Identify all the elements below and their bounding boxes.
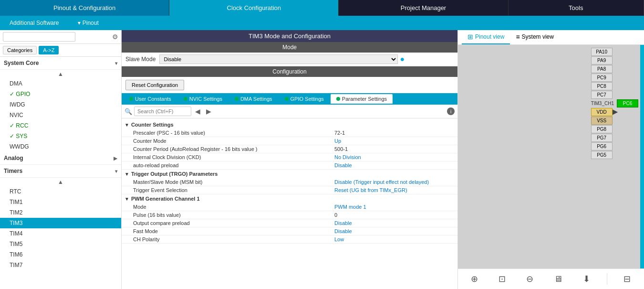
param-row: Internal Clock Division (CKD) No Divisio… (122, 153, 457, 161)
gear-icon[interactable]: ⚙ (112, 33, 118, 41)
config-tabs: User Constants NVIC Settings DMA Setting… (122, 93, 457, 105)
sidebar-search-bar: ⚙ (0, 30, 121, 44)
pin-label-pg8[interactable]: PG8 (591, 125, 613, 133)
nav-project-manager[interactable]: Project Manager (339, 0, 508, 16)
sidebar-item-tim7[interactable]: TIM7 (0, 260, 121, 270)
slave-mode-select[interactable]: Disable (159, 54, 398, 64)
scroll-up-timers-button[interactable]: ▲ (0, 178, 121, 186)
top-nav: Pinout & Configuration Clock Configurati… (0, 0, 644, 16)
teal-bar (640, 45, 644, 268)
param-toolbar: 🔍 ◀ ▶ i (122, 105, 457, 118)
sidebar-item-tim4[interactable]: TIM4 (0, 228, 121, 239)
second-nav: Additional Software ▾ Pinout (0, 16, 644, 30)
footer-divider (607, 273, 607, 285)
pin-label-pa8[interactable]: PA8 (591, 65, 613, 73)
sidebar-tabs: Categories A->Z (0, 44, 121, 57)
next-result-button[interactable]: ▶ (204, 107, 213, 115)
section-analog-header[interactable]: Analog ▶ (0, 152, 121, 165)
sidebar-item-tim1[interactable]: TIM1 (0, 197, 121, 207)
section-timers: Timers ▾ ▲ RTC TIM1 TIM2 TIM3 TIM4 TIM5 … (0, 165, 121, 270)
group-pwm-channel1[interactable]: ▼ PWM Generation Channel 1 (122, 194, 457, 203)
section-system-core-header[interactable]: System Core ▾ (0, 57, 121, 70)
pin-label-pc6[interactable]: PC6 (617, 99, 638, 107)
pin-item-pc6: TIM3_CH1 PC6 (591, 99, 638, 107)
tab-nvic-settings[interactable]: NVIC Settings (178, 94, 228, 104)
group-counter-settings[interactable]: ▼ Counter Settings (122, 120, 457, 129)
tab-user-constants[interactable]: User Constants (124, 94, 177, 104)
pin-label-pc9[interactable]: PC9 (591, 74, 613, 82)
sidebar-item-tim2[interactable]: TIM2 (0, 207, 121, 218)
chip-view-button[interactable]: 🖥 (550, 272, 566, 286)
sidebar-item-tim5[interactable]: TIM5 (0, 239, 121, 249)
sidebar-item-rcc[interactable]: ✓ RCC (0, 120, 121, 131)
param-row: Output compare preload Disable (122, 219, 457, 227)
pin-item-pc9: PC9 (591, 74, 638, 82)
pin-label-pg5[interactable]: PG5 (591, 151, 613, 159)
pin-label-pg7[interactable]: PG7 (591, 134, 613, 142)
tab-gpio-settings[interactable]: GPIO Settings (279, 94, 330, 104)
zoom-in-button[interactable]: ⊕ (467, 272, 482, 286)
pin-item-pa9: PA9 (591, 56, 638, 64)
main-layout: ⚙ Categories A->Z System Core ▾ ▲ DMA GP… (0, 30, 644, 289)
pin-item-pg5: PG5 (591, 151, 638, 159)
sidebar-item-iwdg[interactable]: IWDG (0, 99, 121, 110)
expand-icon: ▼ (125, 122, 129, 128)
pin-label-pa10[interactable]: PA10 (591, 48, 613, 56)
sidebar-item-wwdg[interactable]: WWDG (0, 141, 121, 152)
zoom-out-button[interactable]: ⊖ (522, 272, 537, 286)
help-icon[interactable]: i (447, 107, 455, 115)
sidebar-item-nvic[interactable]: NVIC (0, 110, 121, 120)
nav-pinout[interactable]: ▾ Pinout (68, 20, 108, 26)
chevron-down-icon: ▾ (115, 61, 117, 66)
sidebar-item-sys[interactable]: ✓ SYS (0, 131, 121, 141)
dot-icon-param (336, 97, 340, 101)
dot-icon-gpio (285, 97, 289, 101)
prev-result-button[interactable]: ◀ (193, 107, 202, 115)
export-button[interactable]: ⬇ (579, 272, 594, 286)
pin-item-pg8: PG8 (591, 125, 638, 133)
panel-toggle-button[interactable]: ⊟ (620, 272, 634, 286)
pin-item-vdd: VDD (591, 108, 638, 116)
group-trigger-output[interactable]: ▼ Trigger Output (TRGO) Parameters (122, 170, 457, 178)
system-view-icon: ≡ (516, 33, 519, 41)
param-row: Master/Slave Mode (MSM bit) Disable (Tri… (122, 178, 457, 186)
pin-item-pa10: PA10 (591, 48, 638, 56)
param-search-input[interactable] (134, 107, 191, 116)
nav-clock-config[interactable]: Clock Configuration (169, 0, 339, 16)
param-row: Pulse (16 bits value) 0 (122, 211, 457, 219)
fit-button[interactable]: ⊡ (495, 272, 509, 286)
info-circle-icon[interactable]: ● (400, 55, 405, 64)
sidebar-item-tim3[interactable]: TIM3 (0, 218, 121, 228)
tab-dma-settings[interactable]: DMA Settings (229, 94, 278, 104)
config-section-header: Configuration (122, 66, 457, 77)
nav-additional-software[interactable]: Additional Software (0, 20, 68, 26)
pin-label-pa9[interactable]: PA9 (591, 56, 613, 64)
sidebar-item-tim6[interactable]: TIM6 (0, 249, 121, 260)
param-row: Mode PWM mode 1 (122, 203, 457, 211)
tab-pinout-view[interactable]: ⊞ Pinout view (462, 30, 510, 44)
tab-system-view[interactable]: ≡ System view (510, 30, 560, 44)
nav-pinout-config[interactable]: Pinout & Configuration (0, 0, 169, 16)
scroll-up-button[interactable]: ▲ (0, 70, 121, 78)
pin-label-vdd[interactable]: VDD (591, 108, 613, 116)
reset-configuration-button[interactable]: Reset Configuration (125, 80, 184, 90)
sidebar-search-input[interactable] (3, 32, 75, 42)
pin-column: PA10 PA9 PA8 PC9 PC8 PC7 TIM3_CH (590, 47, 639, 160)
right-panel-tabs: ⊞ Pinout view ≡ System view (458, 30, 644, 45)
tab-az[interactable]: A->Z (39, 46, 59, 54)
pin-label-pc8[interactable]: PC8 (591, 82, 613, 90)
sidebar-item-rtc[interactable]: RTC (0, 186, 121, 197)
tab-categories[interactable]: Categories (3, 46, 37, 54)
sidebar-item-dma[interactable]: DMA (0, 78, 121, 89)
section-analog: Analog ▶ (0, 152, 121, 165)
tab-parameter-settings[interactable]: Parameter Settings (331, 94, 393, 104)
pin-label-pc7[interactable]: PC7 (591, 91, 613, 99)
pin-label-vss[interactable]: VSS (591, 117, 613, 125)
pin-label-pg6[interactable]: PG6 (591, 142, 613, 150)
center-title: TIM3 Mode and Configuration (122, 30, 457, 42)
param-row: Prescaler (PSC - 16 bits value) 72-1 (122, 129, 457, 137)
section-timers-header[interactable]: Timers ▾ (0, 165, 121, 178)
right-panel: ⊞ Pinout view ≡ System view ▶ PA10 PA9 (458, 30, 644, 289)
nav-tools[interactable]: Tools (509, 0, 644, 16)
sidebar-item-gpio[interactable]: GPIO (0, 89, 121, 99)
